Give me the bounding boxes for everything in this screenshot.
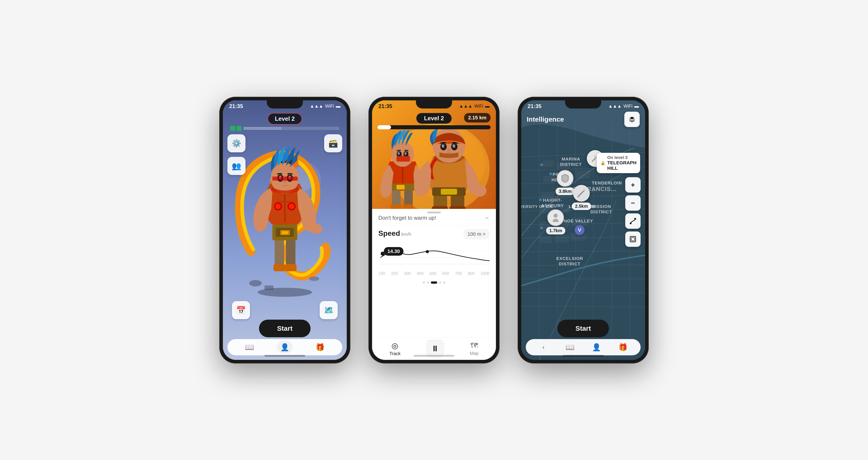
p2-page-dot-5 bbox=[443, 281, 445, 284]
p2-tab-map[interactable]: 🗺 Map bbox=[470, 341, 478, 356]
p2-battery: ▬ bbox=[485, 103, 490, 109]
settings-button[interactable]: ⚙️ bbox=[227, 134, 246, 152]
svg-point-116 bbox=[634, 218, 636, 220]
p1-start-button[interactable]: Start bbox=[259, 319, 311, 337]
p1-tab-gift[interactable]: 🎁 bbox=[312, 341, 328, 354]
svg-rect-13 bbox=[282, 231, 288, 234]
svg-point-28 bbox=[270, 181, 272, 183]
x-label-100: 100 bbox=[378, 271, 385, 276]
xp-seg-3 bbox=[250, 127, 253, 129]
character-icon-marker bbox=[550, 213, 561, 223]
marker-circle-4 bbox=[547, 209, 564, 226]
calendar-button[interactable]: 📅 bbox=[232, 301, 250, 319]
p3-zoom-in-button[interactable]: + bbox=[625, 177, 641, 192]
add-friend-button[interactable]: 👥 bbox=[227, 157, 246, 175]
map-icon: 🗺 bbox=[470, 341, 478, 350]
p2-tip-text: Don't forget to warm up! bbox=[378, 215, 436, 221]
x-label-500: 500 bbox=[430, 271, 436, 276]
map-button[interactable]: 🗺️ bbox=[320, 301, 338, 319]
xp-seg-11 bbox=[276, 127, 278, 129]
p3-notch bbox=[565, 100, 601, 109]
p3-frame-button[interactable] bbox=[625, 232, 641, 247]
inventory-button[interactable]: 🗃️ bbox=[324, 134, 342, 152]
xp-seg-6 bbox=[260, 127, 262, 129]
p2-page-dot-1 bbox=[423, 281, 425, 284]
svg-point-115 bbox=[630, 222, 631, 224]
p2-tab-track[interactable]: ◎ Track bbox=[390, 341, 401, 356]
label-excelsior: EXCELSIORDISTRICT bbox=[556, 256, 583, 267]
p2-page-dot-4 bbox=[439, 281, 441, 284]
p1-wifi: WiFi bbox=[325, 103, 334, 109]
p1-battery: ▬ bbox=[336, 103, 340, 109]
x-label-300: 300 bbox=[404, 271, 411, 276]
xp-seg-12 bbox=[279, 127, 281, 129]
p3-tab-profile[interactable]: 👤 bbox=[589, 341, 604, 354]
p3-tab-back[interactable]: ‹ bbox=[536, 341, 552, 354]
label-marina: MARINADISTRICT bbox=[560, 156, 582, 167]
p3-tab-bar: ‹ 📖 👤 🎁 bbox=[526, 339, 641, 355]
p2-speed-chart: 14.30 bbox=[378, 242, 490, 278]
marker-circle-2 bbox=[557, 170, 574, 187]
p2-health-bar bbox=[377, 125, 491, 129]
p2-x-axis-labels: 100 200 300 400 500 600 700 900 1000 bbox=[378, 271, 490, 276]
p3-tab-gift[interactable]: 🎁 bbox=[615, 341, 631, 354]
svg-point-62 bbox=[447, 149, 451, 151]
p3-home-indicator bbox=[563, 355, 603, 357]
phone-2-track-screen: 21:35 ▲▲▲ WiFi ▬ Level 2 2.15 km bbox=[372, 100, 496, 360]
label-mission: MISSIONDISTRICT bbox=[590, 204, 612, 215]
p3-tab-book[interactable]: 📖 bbox=[562, 341, 578, 354]
x-label-200: 200 bbox=[391, 271, 398, 276]
p1-xp-track bbox=[243, 127, 340, 130]
p1-bottom-icons: 📅 🗺️ bbox=[223, 301, 347, 319]
p1-left-buttons: ⚙️ 👥 bbox=[227, 134, 246, 175]
svg-point-26 bbox=[284, 181, 286, 183]
p3-wifi: WiFi bbox=[623, 103, 632, 109]
p2-notch bbox=[416, 100, 452, 109]
marker-circle-3 bbox=[573, 185, 590, 202]
p1-level-badge: Level 2 bbox=[268, 113, 302, 125]
svg-rect-33 bbox=[265, 285, 274, 290]
p2-signal: ▲▲▲ bbox=[459, 103, 472, 109]
svg-point-103 bbox=[540, 163, 543, 166]
p3-route-button[interactable] bbox=[625, 213, 641, 229]
p2-page-dot-3-active bbox=[431, 281, 437, 284]
svg-point-60 bbox=[442, 144, 444, 148]
xp-seg-1 bbox=[244, 127, 246, 129]
p2-distance-button[interactable]: 100 m > bbox=[463, 229, 490, 239]
p1-tab-profile[interactable]: 👤 bbox=[277, 341, 293, 354]
p2-tip-row: Don't forget to warm up! → bbox=[378, 214, 490, 225]
p3-locked-tooltip: 🔒 On level 3 TELEGRAPHHILL bbox=[597, 153, 640, 173]
p2-time: 21:35 bbox=[378, 103, 392, 110]
svg-point-48 bbox=[404, 152, 407, 155]
p2-wifi: WiFi bbox=[474, 103, 483, 109]
p1-notch bbox=[267, 100, 303, 109]
p2-characters-svg bbox=[372, 123, 496, 209]
p1-tab-book[interactable]: 📖 bbox=[242, 341, 257, 354]
xp-seg-9 bbox=[270, 127, 272, 129]
svg-rect-86 bbox=[543, 160, 554, 167]
svg-point-107 bbox=[540, 227, 543, 229]
svg-point-18 bbox=[275, 204, 281, 209]
p2-distance-display: 2.15 km bbox=[464, 113, 491, 123]
svg-point-61 bbox=[453, 144, 455, 148]
p3-marker-4: 1.7km bbox=[546, 209, 565, 235]
sword-icon-2 bbox=[577, 188, 586, 198]
p3-page-title: Intelligence bbox=[527, 116, 564, 123]
xp-seg-4 bbox=[254, 127, 256, 129]
layers-icon bbox=[629, 116, 635, 123]
svg-point-31 bbox=[249, 280, 262, 286]
svg-rect-8 bbox=[274, 264, 285, 271]
svg-rect-118 bbox=[631, 238, 634, 241]
p3-zoom-out-button[interactable]: − bbox=[625, 195, 641, 211]
svg-rect-6 bbox=[275, 238, 284, 268]
p3-time: 21:35 bbox=[528, 103, 541, 110]
p3-layers-button[interactable] bbox=[624, 112, 640, 127]
phone-2-screen: 21:35 ▲▲▲ WiFi ▬ Level 2 2.15 km bbox=[372, 100, 496, 360]
xp-seg-2 bbox=[247, 127, 250, 129]
lock-icon: 🔒 bbox=[600, 160, 605, 165]
p3-start-button[interactable]: Start bbox=[557, 319, 609, 337]
p3-marker-3: 2.5km bbox=[572, 185, 591, 210]
svg-point-50 bbox=[473, 185, 487, 197]
p2-scroll-handle bbox=[427, 212, 441, 213]
p2-speed-unit: km/h bbox=[401, 232, 411, 237]
